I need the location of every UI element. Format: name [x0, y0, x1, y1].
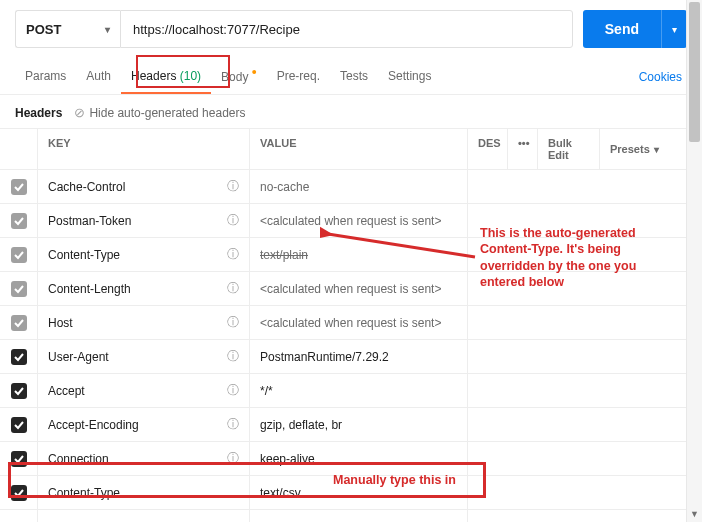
header-value-cell[interactable]: <calculated when request is sent>: [250, 306, 468, 339]
row-checkbox[interactable]: [11, 247, 27, 263]
header-key-cell[interactable]: Connectionⓘ: [38, 442, 250, 475]
row-checkbox[interactable]: [11, 213, 27, 229]
new-description-input[interactable]: Description: [468, 510, 702, 522]
tab-settings[interactable]: Settings: [378, 61, 441, 93]
table-row: Accept-Encodingⓘgzip, deflate, br: [0, 408, 702, 442]
info-icon: ⓘ: [227, 450, 239, 467]
header-description-cell[interactable]: [468, 170, 702, 203]
url-input[interactable]: [120, 10, 573, 48]
header-key-cell[interactable]: Accept-Encodingⓘ: [38, 408, 250, 441]
row-checkbox[interactable]: [11, 417, 27, 433]
tab-tests[interactable]: Tests: [330, 61, 378, 93]
bulk-edit-button[interactable]: Bulk Edit: [538, 129, 600, 169]
header-key-cell[interactable]: Hostⓘ: [38, 306, 250, 339]
scroll-thumb[interactable]: [689, 2, 700, 142]
info-icon: ⓘ: [227, 212, 239, 229]
row-checkbox[interactable]: [11, 349, 27, 365]
header-value-cell[interactable]: gzip, deflate, br: [250, 408, 468, 441]
http-method-label: POST: [26, 22, 61, 37]
header-description-cell[interactable]: [468, 306, 702, 339]
row-checkbox-cell: [0, 442, 38, 475]
row-checkbox-cell: [0, 476, 38, 509]
header-description-cell[interactable]: [468, 374, 702, 407]
header-key-text: Connection: [48, 452, 109, 466]
tab-prereq[interactable]: Pre-req.: [267, 61, 330, 93]
row-checkbox-cell: [0, 340, 38, 373]
send-button[interactable]: Send: [583, 10, 661, 48]
header-value-text: PostmanRuntime/7.29.2: [260, 350, 389, 364]
header-description-cell[interactable]: [468, 238, 702, 271]
row-checkbox[interactable]: [11, 281, 27, 297]
header-value-cell[interactable]: */*: [250, 374, 468, 407]
hide-auto-generated-toggle[interactable]: ⊘ Hide auto-generated headers: [74, 105, 245, 120]
cookies-link[interactable]: Cookies: [639, 70, 687, 84]
header-description-cell[interactable]: [468, 204, 702, 237]
row-checkbox[interactable]: [11, 485, 27, 501]
header-key-text: Content-Length: [48, 282, 131, 296]
header-value-cell[interactable]: text/plain: [250, 238, 468, 271]
row-checkbox[interactable]: [11, 383, 27, 399]
table-row: User-AgentⓘPostmanRuntime/7.29.2: [0, 340, 702, 374]
header-description-cell[interactable]: [468, 476, 702, 509]
table-row: Hostⓘ<calculated when request is sent>: [0, 306, 702, 340]
header-key-text: Accept-Encoding: [48, 418, 139, 432]
info-icon: ⓘ: [227, 348, 239, 365]
row-checkbox[interactable]: [11, 179, 27, 195]
chevron-down-icon: ▾: [672, 24, 677, 35]
tab-auth[interactable]: Auth: [76, 61, 121, 93]
header-description-cell[interactable]: [468, 272, 702, 305]
chevron-down-icon: ▾: [105, 24, 110, 35]
row-checkbox-cell: [0, 408, 38, 441]
column-options-button[interactable]: •••: [508, 129, 538, 169]
table-row: Content-Typetext/csv: [0, 476, 702, 510]
table-row: Acceptⓘ*/*: [0, 374, 702, 408]
row-checkbox[interactable]: [11, 451, 27, 467]
header-key-cell[interactable]: Content-Typeⓘ: [38, 238, 250, 271]
header-value-text: text/plain: [260, 248, 308, 262]
column-value: VALUE: [250, 129, 468, 169]
info-icon: ⓘ: [227, 280, 239, 297]
header-value-cell[interactable]: no-cache: [250, 170, 468, 203]
chevron-down-icon: ▾: [654, 144, 659, 155]
header-description-cell[interactable]: [468, 340, 702, 373]
tab-params[interactable]: Params: [15, 61, 76, 93]
header-value-cell[interactable]: <calculated when request is sent>: [250, 204, 468, 237]
header-value-cell[interactable]: <calculated when request is sent>: [250, 272, 468, 305]
send-dropdown-button[interactable]: ▾: [661, 10, 687, 48]
header-value-text: no-cache: [260, 180, 309, 194]
table-row: Connectionⓘkeep-alive: [0, 442, 702, 476]
header-description-cell[interactable]: [468, 442, 702, 475]
info-icon: ⓘ: [227, 416, 239, 433]
vertical-scrollbar[interactable]: ▲ ▼: [686, 0, 702, 522]
http-method-select[interactable]: POST ▾: [15, 10, 120, 48]
header-key-cell[interactable]: Postman-Tokenⓘ: [38, 204, 250, 237]
header-key-cell[interactable]: User-Agentⓘ: [38, 340, 250, 373]
header-key-text: User-Agent: [48, 350, 109, 364]
header-value-cell[interactable]: keep-alive: [250, 442, 468, 475]
header-key-cell[interactable]: Cache-Controlⓘ: [38, 170, 250, 203]
new-header-row[interactable]: Key Value Description: [0, 510, 702, 522]
header-key-cell[interactable]: Content-Lengthⓘ: [38, 272, 250, 305]
new-value-input[interactable]: Value: [250, 510, 468, 522]
header-value-cell[interactable]: text/csv: [250, 476, 468, 509]
column-checkbox: [0, 129, 38, 169]
header-value-text: keep-alive: [260, 452, 315, 466]
new-key-input[interactable]: Key: [38, 510, 250, 522]
info-icon: ⓘ: [227, 178, 239, 195]
table-row: Postman-Tokenⓘ<calculated when request i…: [0, 204, 702, 238]
scroll-down-arrow-icon[interactable]: ▼: [687, 506, 702, 522]
info-icon: ⓘ: [227, 314, 239, 331]
header-key-text: Content-Type: [48, 486, 120, 500]
tab-headers[interactable]: Headers (10): [121, 61, 211, 93]
header-key-text: Postman-Token: [48, 214, 131, 228]
row-checkbox-cell: [0, 374, 38, 407]
row-checkbox-cell: [0, 170, 38, 203]
header-value-cell[interactable]: PostmanRuntime/7.29.2: [250, 340, 468, 373]
header-key-cell[interactable]: Content-Type: [38, 476, 250, 509]
row-checkbox[interactable]: [11, 315, 27, 331]
dot-indicator-icon: •: [252, 64, 257, 80]
row-checkbox-cell: [0, 272, 38, 305]
header-description-cell[interactable]: [468, 408, 702, 441]
tab-body[interactable]: Body •: [211, 60, 267, 94]
header-key-cell[interactable]: Acceptⓘ: [38, 374, 250, 407]
